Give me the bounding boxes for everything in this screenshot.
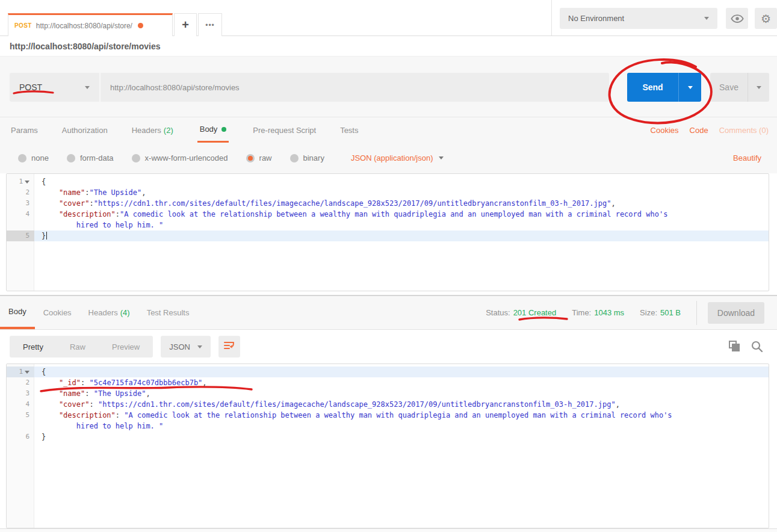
chevron-down-icon (439, 156, 444, 159)
request-tabs-row: Params Authorization Headers (2) Body Pr… (0, 117, 777, 143)
code-line-wrap[interactable]: hired to help him. " (7, 421, 769, 431)
view-raw-button[interactable]: Raw (57, 342, 99, 351)
status-stat: Status: 201 Created (486, 308, 556, 317)
save-options-button[interactable] (748, 73, 769, 102)
method-dropdown[interactable]: POST (10, 73, 99, 102)
search-button[interactable] (751, 340, 764, 353)
response-tab-headers[interactable]: Headers (4) (88, 296, 130, 329)
send-options-button[interactable] (678, 73, 701, 102)
json-key: "description" (42, 411, 116, 419)
code-link[interactable]: Code (690, 126, 708, 135)
radio-binary-icon[interactable] (290, 154, 299, 162)
code-line[interactable]: 1 { (7, 176, 769, 187)
code-line-active[interactable]: 1 { (7, 367, 769, 377)
line-number: 2 (7, 377, 34, 388)
chevron-down-icon (85, 86, 90, 89)
line-number: 2 (7, 187, 34, 198)
code-line[interactable]: 4 "description":"A comedic look at the r… (7, 209, 769, 220)
comments-link[interactable]: Comments (0) (719, 126, 769, 135)
settings-button[interactable]: ⚙ (755, 8, 777, 29)
response-format-dropdown[interactable]: JSON (161, 336, 211, 357)
radio-none-icon[interactable] (18, 154, 26, 162)
tab-params[interactable]: Params (11, 117, 38, 143)
eye-icon (731, 14, 744, 23)
body-type-raw[interactable]: raw (246, 153, 272, 162)
tab-body[interactable]: Body (197, 117, 229, 143)
page-title: http://localhost:8080/api/store/movies (10, 42, 161, 51)
line-number: 5 (7, 410, 34, 421)
json-key: "cover" (42, 199, 89, 208)
radio-form-data-icon[interactable] (67, 154, 75, 162)
view-pretty-button[interactable]: Pretty (10, 342, 57, 351)
chevron-down-icon (197, 345, 202, 348)
response-body-viewer[interactable]: 1 { 2 "_id": "5c4e715fa74c07dbbb6ecb7b",… (6, 363, 769, 528)
body-modified-dot-icon (221, 127, 226, 132)
beautify-link[interactable]: Beautify (733, 153, 761, 162)
body-type-form-data-label: form-data (80, 153, 114, 162)
tab-headers[interactable]: Headers (2) (132, 117, 173, 143)
tab-authorization[interactable]: Authorization (62, 117, 108, 143)
line-number: 1 (7, 367, 34, 377)
tab-params-label: Params (11, 126, 38, 135)
download-button[interactable]: Download (708, 302, 764, 324)
code-line-wrap[interactable]: hired to help him. " (7, 220, 769, 230)
request-tabs-right: Cookies Code Comments (0) (640, 117, 777, 143)
code-line[interactable]: 3 "name": "The Upside", (7, 388, 769, 399)
json-value: "A comedic look at the relationship betw… (124, 411, 672, 419)
json-punct: , (202, 379, 206, 387)
tab-tests-label: Tests (340, 126, 358, 135)
url-input[interactable] (101, 73, 609, 102)
save-button[interactable]: Save (710, 73, 748, 102)
json-punct: , (611, 199, 615, 208)
request-tab[interactable]: POST http://localhost:8080/api/store/ (8, 13, 173, 36)
body-type-urlencoded[interactable]: x-www-form-urlencoded (132, 153, 228, 162)
radio-raw-selected-icon[interactable] (246, 154, 255, 162)
tab-pre-request-script[interactable]: Pre-request Script (253, 117, 316, 143)
save-button-group: Save (710, 73, 769, 102)
fold-caret-icon[interactable] (25, 371, 29, 374)
code-line[interactable]: 6 } (7, 431, 769, 442)
body-type-none[interactable]: none (18, 153, 49, 162)
environment-label: No Environment (568, 14, 624, 23)
json-value: "https://cdn1.thr.com/sites/default/file… (98, 400, 616, 409)
response-tab-headers-label: Headers (88, 308, 118, 317)
fold-caret-icon[interactable] (25, 181, 29, 184)
view-preview-button[interactable]: Preview (99, 342, 153, 351)
response-stats: Status: 201 Created Time: 1043 ms Size: … (486, 296, 777, 329)
request-body-editor[interactable]: 1 { 2 "name":"The Upside", 3 "cover":"ht… (6, 173, 769, 291)
new-tab-button[interactable]: + (174, 13, 197, 36)
tab-tests[interactable]: Tests (340, 117, 358, 143)
code-line[interactable]: 2 "_id": "5c4e715fa74c07dbbb6ecb7b", (7, 377, 769, 388)
line-number: 3 (7, 198, 34, 209)
response-tab-body[interactable]: Body (0, 296, 35, 329)
body-type-row: none form-data x-www-form-urlencoded raw… (0, 143, 777, 173)
wrap-lines-button[interactable] (218, 336, 240, 357)
json-punct: { (42, 178, 46, 186)
environment-selector[interactable]: No Environment (560, 8, 717, 29)
code-line[interactable]: 3 "cover":"https://cdn1.thr.com/sites/de… (7, 198, 769, 209)
tab-pre-request-label: Pre-request Script (253, 126, 316, 135)
response-tab-cookies[interactable]: Cookies (43, 296, 72, 329)
time-label: Time: (572, 308, 591, 317)
postman-app: POST http://localhost:8080/api/store/ + … (0, 0, 777, 532)
code-line[interactable]: 5 "description": "A comedic look at the … (7, 410, 769, 421)
line-number (7, 421, 34, 431)
line-number (7, 220, 34, 230)
radio-urlencoded-icon[interactable] (132, 154, 140, 162)
more-tabs-button[interactable]: ••• (198, 13, 222, 36)
code-line[interactable]: 2 "name":"The Upside", (7, 187, 769, 198)
code-line-active[interactable]: 5 } (7, 230, 769, 241)
send-button[interactable]: Send (627, 73, 678, 102)
response-tab-test-results[interactable]: Test Results (147, 296, 190, 329)
body-type-form-data[interactable]: form-data (67, 153, 114, 162)
gear-icon: ⚙ (761, 12, 771, 25)
code-line[interactable]: 4 "cover": "https://cdn1.thr.com/sites/d… (7, 399, 769, 410)
cookies-link[interactable]: Cookies (651, 126, 679, 135)
content-type-dropdown[interactable]: JSON (application/json) (351, 153, 444, 162)
search-icon (751, 340, 764, 353)
copy-button[interactable] (729, 341, 741, 353)
body-type-binary[interactable]: binary (290, 153, 324, 162)
json-value: "The Upside" (89, 188, 141, 197)
environment-quicklook-button[interactable] (726, 8, 748, 29)
json-punct: , (616, 400, 620, 409)
